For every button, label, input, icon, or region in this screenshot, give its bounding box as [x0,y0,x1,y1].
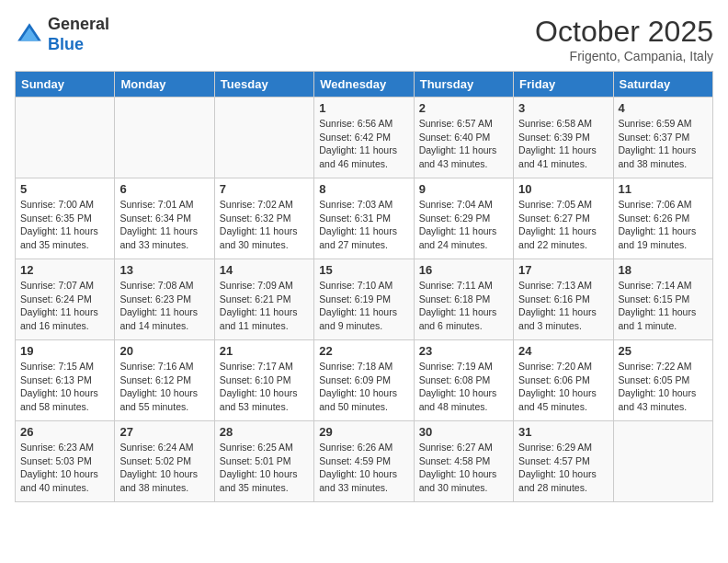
day-number: 2 [419,101,508,115]
day-cell: 5Sunrise: 7:00 AM Sunset: 6:35 PM Daylig… [16,178,115,259]
day-info: Sunrise: 7:20 AM Sunset: 6:06 PM Dayligh… [518,360,608,414]
day-cell: 23Sunrise: 7:19 AM Sunset: 6:08 PM Dayli… [414,340,513,421]
col-header-thursday: Thursday [414,72,513,98]
day-cell: 17Sunrise: 7:13 AM Sunset: 6:16 PM Dayli… [514,259,613,340]
day-cell: 8Sunrise: 7:03 AM Sunset: 6:31 PM Daylig… [314,178,414,259]
month-title: October 2025 [535,15,713,49]
day-cell: 19Sunrise: 7:15 AM Sunset: 6:13 PM Dayli… [16,340,115,421]
week-row-3: 12Sunrise: 7:07 AM Sunset: 6:24 PM Dayli… [16,259,713,340]
day-number: 25 [619,344,708,358]
logo-blue: Blue [48,35,84,53]
day-info: Sunrise: 7:08 AM Sunset: 6:23 PM Dayligh… [119,279,209,333]
day-info: Sunrise: 7:13 AM Sunset: 6:16 PM Dayligh… [518,279,608,333]
day-info: Sunrise: 7:11 AM Sunset: 6:18 PM Dayligh… [419,279,508,333]
day-cell: 1Sunrise: 6:56 AM Sunset: 6:42 PM Daylig… [314,98,414,178]
day-cell: 30Sunrise: 6:27 AM Sunset: 4:58 PM Dayli… [414,421,513,502]
day-info: Sunrise: 7:03 AM Sunset: 6:31 PM Dayligh… [319,198,408,252]
day-number: 11 [619,182,708,196]
day-info: Sunrise: 6:27 AM Sunset: 4:58 PM Dayligh… [419,441,508,495]
week-row-5: 26Sunrise: 6:23 AM Sunset: 5:03 PM Dayli… [16,421,713,502]
day-cell: 28Sunrise: 6:25 AM Sunset: 5:01 PM Dayli… [214,421,313,502]
header-row: SundayMondayTuesdayWednesdayThursdayFrid… [16,72,713,98]
day-info: Sunrise: 7:16 AM Sunset: 6:12 PM Dayligh… [119,360,209,414]
day-cell: 6Sunrise: 7:01 AM Sunset: 6:34 PM Daylig… [115,178,214,259]
col-header-saturday: Saturday [613,72,712,98]
day-number: 1 [319,101,408,115]
day-info: Sunrise: 7:07 AM Sunset: 6:24 PM Dayligh… [20,279,109,333]
day-cell: 11Sunrise: 7:06 AM Sunset: 6:26 PM Dayli… [613,178,712,259]
day-info: Sunrise: 6:59 AM Sunset: 6:37 PM Dayligh… [619,117,708,171]
day-number: 13 [119,263,209,277]
day-number: 14 [220,263,309,277]
day-info: Sunrise: 7:02 AM Sunset: 6:32 PM Dayligh… [220,198,309,252]
day-cell: 2Sunrise: 6:57 AM Sunset: 6:40 PM Daylig… [414,98,513,178]
day-number: 12 [20,263,109,277]
day-info: Sunrise: 6:25 AM Sunset: 5:01 PM Dayligh… [220,441,309,495]
week-row-2: 5Sunrise: 7:00 AM Sunset: 6:35 PM Daylig… [16,178,713,259]
day-cell [214,98,313,178]
day-info: Sunrise: 7:05 AM Sunset: 6:27 PM Dayligh… [518,198,608,252]
calendar-table: SundayMondayTuesdayWednesdayThursdayFrid… [15,71,713,502]
day-info: Sunrise: 7:01 AM Sunset: 6:34 PM Dayligh… [119,198,209,252]
day-info: Sunrise: 6:29 AM Sunset: 4:57 PM Dayligh… [518,441,608,495]
col-header-wednesday: Wednesday [314,72,414,98]
location-subtitle: Frigento, Campania, Italy [535,49,713,63]
day-cell: 18Sunrise: 7:14 AM Sunset: 6:15 PM Dayli… [613,259,712,340]
day-info: Sunrise: 7:15 AM Sunset: 6:13 PM Dayligh… [20,360,109,414]
day-cell: 24Sunrise: 7:20 AM Sunset: 6:06 PM Dayli… [514,340,613,421]
day-number: 29 [319,425,408,439]
title-block: October 2025 Frigento, Campania, Italy [535,15,713,63]
day-cell: 12Sunrise: 7:07 AM Sunset: 6:24 PM Dayli… [16,259,115,340]
day-number: 17 [518,263,608,277]
day-info: Sunrise: 7:19 AM Sunset: 6:08 PM Dayligh… [419,360,508,414]
col-header-friday: Friday [514,72,613,98]
day-info: Sunrise: 6:56 AM Sunset: 6:42 PM Dayligh… [319,117,408,171]
day-number: 6 [119,182,209,196]
day-number: 20 [119,344,209,358]
day-cell: 25Sunrise: 7:22 AM Sunset: 6:05 PM Dayli… [613,340,712,421]
col-header-monday: Monday [115,72,214,98]
day-cell: 3Sunrise: 6:58 AM Sunset: 6:39 PM Daylig… [514,98,613,178]
page-header: General Blue October 2025 Frigento, Camp… [15,15,713,63]
day-info: Sunrise: 7:22 AM Sunset: 6:05 PM Dayligh… [619,360,708,414]
day-cell: 7Sunrise: 7:02 AM Sunset: 6:32 PM Daylig… [214,178,313,259]
logo: General Blue [15,15,109,54]
day-cell [16,98,115,178]
day-info: Sunrise: 7:09 AM Sunset: 6:21 PM Dayligh… [220,279,309,333]
day-cell: 14Sunrise: 7:09 AM Sunset: 6:21 PM Dayli… [214,259,313,340]
day-cell: 10Sunrise: 7:05 AM Sunset: 6:27 PM Dayli… [514,178,613,259]
day-info: Sunrise: 7:06 AM Sunset: 6:26 PM Dayligh… [619,198,708,252]
day-number: 10 [518,182,608,196]
day-info: Sunrise: 6:24 AM Sunset: 5:02 PM Dayligh… [119,441,209,495]
day-cell: 4Sunrise: 6:59 AM Sunset: 6:37 PM Daylig… [613,98,712,178]
day-number: 23 [419,344,508,358]
day-info: Sunrise: 6:23 AM Sunset: 5:03 PM Dayligh… [20,441,109,495]
day-cell: 16Sunrise: 7:11 AM Sunset: 6:18 PM Dayli… [414,259,513,340]
week-row-1: 1Sunrise: 6:56 AM Sunset: 6:42 PM Daylig… [16,98,713,178]
day-number: 19 [20,344,109,358]
col-header-sunday: Sunday [16,72,115,98]
day-cell: 22Sunrise: 7:18 AM Sunset: 6:09 PM Dayli… [314,340,414,421]
day-cell: 21Sunrise: 7:17 AM Sunset: 6:10 PM Dayli… [214,340,313,421]
logo-general: General [48,15,109,33]
logo-icon [15,20,44,50]
day-cell: 31Sunrise: 6:29 AM Sunset: 4:57 PM Dayli… [514,421,613,502]
day-number: 22 [319,344,408,358]
day-info: Sunrise: 7:04 AM Sunset: 6:29 PM Dayligh… [419,198,508,252]
day-cell [613,421,712,502]
day-cell: 20Sunrise: 7:16 AM Sunset: 6:12 PM Dayli… [115,340,214,421]
day-number: 9 [419,182,508,196]
col-header-tuesday: Tuesday [214,72,313,98]
day-number: 5 [20,182,109,196]
day-number: 15 [319,263,408,277]
day-number: 4 [619,101,708,115]
day-info: Sunrise: 6:26 AM Sunset: 4:59 PM Dayligh… [319,441,408,495]
day-info: Sunrise: 7:00 AM Sunset: 6:35 PM Dayligh… [20,198,109,252]
logo-text: General Blue [48,15,109,54]
day-number: 21 [220,344,309,358]
day-info: Sunrise: 6:57 AM Sunset: 6:40 PM Dayligh… [419,117,508,171]
day-number: 24 [518,344,608,358]
day-number: 30 [419,425,508,439]
day-cell [115,98,214,178]
day-info: Sunrise: 7:14 AM Sunset: 6:15 PM Dayligh… [619,279,708,333]
